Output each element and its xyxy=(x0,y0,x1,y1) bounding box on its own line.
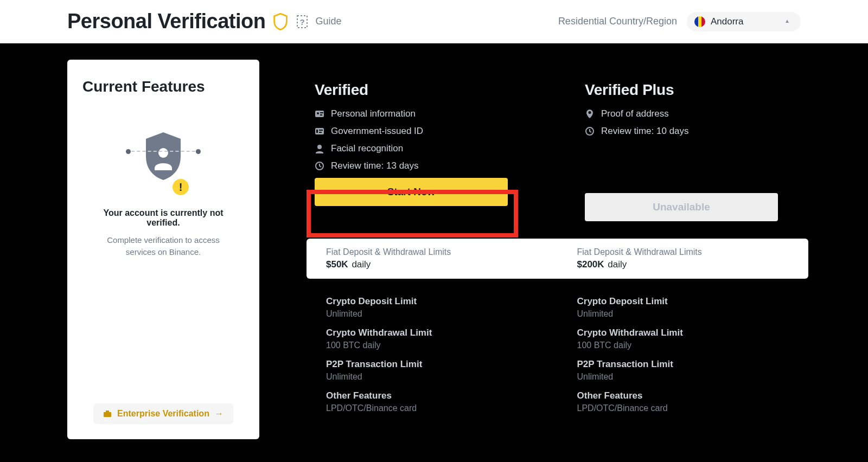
person-card-icon xyxy=(315,109,324,119)
req-item: Personal information xyxy=(315,108,509,119)
limit-value: Unlimited xyxy=(577,372,789,382)
req-label: Government-issued ID xyxy=(331,126,423,137)
clock-icon xyxy=(585,126,595,136)
country-select[interactable]: Andorra ▾ xyxy=(687,12,801,31)
limit-value: 100 BTC daily xyxy=(326,341,538,350)
svg-rect-11 xyxy=(319,130,323,131)
limit-label: Other Features xyxy=(326,390,538,401)
guide-link[interactable]: Guide xyxy=(315,16,341,27)
band-unit: daily xyxy=(608,259,627,270)
req-item: Government-issued ID xyxy=(315,126,509,137)
country-flag-icon xyxy=(694,16,705,27)
tiers-area: Verified Personal information Government… xyxy=(282,60,801,462)
page-title: Personal Verification xyxy=(67,10,265,33)
briefcase-icon xyxy=(103,410,112,418)
svg-rect-7 xyxy=(320,112,323,113)
band-label: Fiat Deposit & Withdrawal Limits xyxy=(577,247,789,257)
limits-col-plus: Crypto Deposit Limit Unlimited Crypto Wi… xyxy=(558,287,809,415)
verification-status-illustration: ! xyxy=(133,130,193,195)
status-line: Your account is currently not verified. xyxy=(87,208,240,228)
limit-value: Unlimited xyxy=(326,309,538,319)
arrow-right-icon: → xyxy=(215,409,224,419)
limit-label: Crypto Deposit Limit xyxy=(577,296,789,307)
enterprise-label: Enterprise Verification xyxy=(117,409,209,419)
help-icon[interactable]: ? xyxy=(296,14,309,29)
enterprise-verification-button[interactable]: Enterprise Verification → xyxy=(93,403,233,424)
limit-value: LPD/OTC/Binance card xyxy=(577,403,789,413)
tier-title: Verified Plus xyxy=(585,81,779,99)
country-name: Andorra xyxy=(711,16,743,27)
req-item: Review time: 13 days xyxy=(315,161,509,171)
chevron-down-icon: ▾ xyxy=(786,18,789,25)
status-subline: Complete verification to access services… xyxy=(92,234,234,258)
limit-group: Crypto Deposit Limit Unlimited xyxy=(577,296,789,319)
shield-icon xyxy=(273,13,288,30)
req-item: Proof of address xyxy=(585,108,779,119)
limit-value: Unlimited xyxy=(577,309,789,319)
id-card-icon xyxy=(315,126,324,136)
svg-point-2 xyxy=(158,148,168,158)
req-label: Facial recognition xyxy=(331,143,403,154)
country-label: Residential Country/Region xyxy=(558,16,677,27)
limits-detail: Crypto Deposit Limit Unlimited Crypto Wi… xyxy=(307,287,808,415)
svg-point-6 xyxy=(317,112,319,114)
limit-label: Crypto Withdrawal Limit xyxy=(577,328,789,338)
sidebar-heading: Current Features xyxy=(82,78,244,95)
svg-point-13 xyxy=(317,145,322,149)
limits-col-verified: Crypto Deposit Limit Unlimited Crypto Wi… xyxy=(307,287,558,415)
limit-group: Crypto Withdrawal Limit 100 BTC daily xyxy=(326,328,538,350)
band-label: Fiat Deposit & Withdrawal Limits xyxy=(326,247,538,257)
limit-label: Crypto Withdrawal Limit xyxy=(326,328,538,338)
svg-rect-10 xyxy=(316,130,318,133)
limit-group: Crypto Withdrawal Limit 100 BTC daily xyxy=(577,328,789,350)
limit-value: 100 BTC daily xyxy=(577,341,789,350)
limit-group: P2P Transaction Limit Unlimited xyxy=(577,359,789,382)
clock-icon xyxy=(315,161,324,171)
pin-icon xyxy=(585,109,595,119)
req-label: Personal information xyxy=(331,108,416,119)
req-item: Facial recognition xyxy=(315,143,509,154)
fiat-limits-band: Fiat Deposit & Withdrawal Limits $50K da… xyxy=(307,239,808,279)
svg-rect-3 xyxy=(104,412,111,417)
limit-label: Other Features xyxy=(577,390,789,401)
sidebar-current-features: Current Features ! Your account is curre… xyxy=(67,60,259,439)
band-value: $200K xyxy=(577,259,604,270)
face-icon xyxy=(315,144,324,153)
limit-value: Unlimited xyxy=(326,372,538,382)
svg-rect-12 xyxy=(319,132,322,133)
limit-label: Crypto Deposit Limit xyxy=(326,296,538,307)
limit-group: Other Features LPD/OTC/Binance card xyxy=(326,390,538,413)
svg-rect-5 xyxy=(315,111,324,117)
limit-group: Other Features LPD/OTC/Binance card xyxy=(577,390,789,413)
limit-value: LPD/OTC/Binance card xyxy=(326,403,538,413)
topbar: Personal Verification ? Guide Residentia… xyxy=(0,0,868,43)
limit-group: P2P Transaction Limit Unlimited xyxy=(326,359,538,382)
req-label: Review time: 13 days xyxy=(331,161,419,171)
limit-group: Crypto Deposit Limit Unlimited xyxy=(326,296,538,319)
band-value: $50K xyxy=(326,259,348,270)
band-unit: daily xyxy=(352,259,371,270)
start-now-button[interactable]: Start Now xyxy=(315,178,508,206)
limit-label: P2P Transaction Limit xyxy=(577,359,789,370)
tier-verified-plus: Verified Plus Proof of address Review ti… xyxy=(552,60,801,221)
svg-rect-4 xyxy=(106,410,109,413)
tier-title: Verified xyxy=(315,81,509,99)
warning-badge-icon: ! xyxy=(173,179,189,195)
title-icons: ? xyxy=(273,13,309,30)
svg-text:?: ? xyxy=(300,17,305,27)
limit-label: P2P Transaction Limit xyxy=(326,359,538,370)
req-label: Review time: 10 days xyxy=(601,126,689,137)
req-item: Review time: 10 days xyxy=(585,126,779,137)
tier-verified: Verified Personal information Government… xyxy=(282,60,531,221)
req-label: Proof of address xyxy=(601,108,669,119)
svg-rect-8 xyxy=(320,114,322,116)
unavailable-button: Unavailable xyxy=(585,193,778,221)
